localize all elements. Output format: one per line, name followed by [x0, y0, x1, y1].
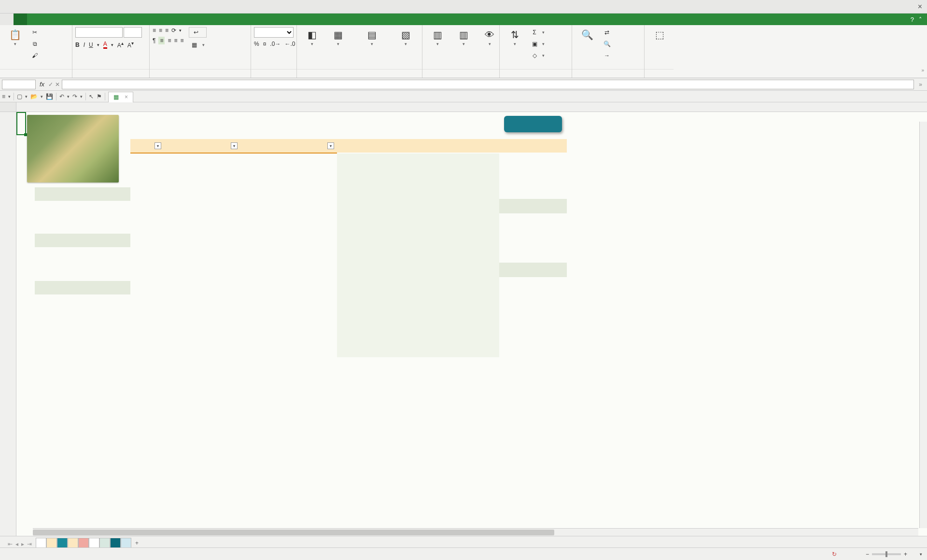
format-painter-button[interactable]: 🖌 — [29, 50, 42, 61]
search-button[interactable]: 🔍 — [575, 27, 599, 42]
paste-button[interactable]: 📋 ▾ — [3, 27, 27, 47]
replace-button[interactable]: ⇄ — [601, 27, 615, 38]
fill-button[interactable]: ▣ — [529, 39, 547, 49]
filter-amount-button[interactable]: ▾ — [154, 142, 161, 149]
grow-font-button[interactable]: A▴ — [117, 41, 124, 49]
goto-button[interactable]: → — [601, 50, 615, 61]
qb-undo-icon[interactable]: ↶ — [59, 93, 64, 100]
sync-icon[interactable]: ↻ — [832, 551, 837, 558]
align-left-button[interactable]: ≡ — [158, 37, 165, 44]
decrease-decimal-button[interactable]: ←.0 — [284, 41, 295, 47]
qb-save-icon[interactable]: 💾 — [46, 93, 53, 100]
menu-insert[interactable] — [27, 14, 41, 25]
qb-dd[interactable]: ▾ — [8, 94, 11, 99]
underline-dropdown[interactable]: ▾ — [97, 42, 99, 47]
conditional-formatting-button[interactable]: ▤ — [352, 27, 392, 47]
formula-cancel-icon[interactable]: ✕ — [55, 81, 60, 88]
ribbon-overflow-icon[interactable]: » — [921, 68, 924, 73]
autosum-button[interactable]: Σ — [529, 27, 547, 38]
menu-layout[interactable] — [41, 14, 54, 25]
copy-button[interactable]: ⧉ — [29, 39, 42, 49]
collapse-ribbon-icon[interactable]: ˄ — [919, 16, 922, 23]
select-all-button[interactable]: ⬚ — [647, 27, 672, 42]
sheet-tab[interactable] — [68, 538, 78, 547]
sheet-nav-first-icon[interactable]: ⇤ — [8, 541, 13, 547]
align-bottom-button[interactable]: ≡ — [165, 27, 169, 34]
horizontal-scrollbar[interactable] — [33, 528, 918, 536]
delete-cells-button[interactable]: ▥ — [451, 27, 476, 47]
sheet-nav-next-icon[interactable]: ▸ — [21, 541, 24, 547]
formula-expand-icon[interactable]: » — [916, 81, 925, 88]
sheet-tab[interactable] — [89, 538, 99, 547]
sheet-tab[interactable] — [78, 538, 89, 547]
qb-redo-icon[interactable]: ↷ — [72, 93, 77, 100]
zoom-out-button[interactable]: − — [866, 551, 869, 558]
formula-input[interactable] — [62, 80, 914, 89]
document-tab[interactable]: ▦ × — [108, 92, 133, 102]
sheet-canvas[interactable]: ▾ ▾ ▾ — [16, 112, 927, 536]
bold-button[interactable]: B — [75, 42, 80, 48]
font-size-input[interactable] — [124, 27, 142, 38]
menu-review[interactable] — [81, 14, 95, 25]
menu-view[interactable] — [95, 14, 108, 25]
qb-open-icon[interactable]: 📂 — [30, 93, 38, 100]
increase-decimal-button[interactable]: .0→ — [270, 41, 281, 47]
sheet-tab[interactable] — [121, 538, 131, 547]
underline-button[interactable]: U — [89, 42, 93, 48]
font-color-dropdown[interactable]: ▾ — [111, 42, 113, 47]
sheet-tab[interactable] — [57, 538, 68, 547]
sheet-tab-active[interactable] — [110, 538, 121, 547]
sheet-nav-last-icon[interactable]: ⇥ — [27, 541, 32, 547]
qb-new-icon[interactable]: ▢ — [17, 93, 22, 100]
sheet-tab[interactable] — [99, 538, 110, 547]
visibility-button[interactable]: 👁 — [478, 27, 502, 47]
document-tab-close-icon[interactable]: × — [125, 94, 128, 100]
qb-icon[interactable]: ≡ — [2, 93, 5, 100]
font-color-button[interactable]: A — [103, 41, 107, 49]
rtl-button[interactable]: ¶ — [153, 37, 155, 44]
formula-accept-icon[interactable]: ✓ — [48, 81, 53, 88]
merge-cells-button[interactable]: ▦ — [189, 40, 207, 50]
menu-formula[interactable] — [54, 14, 68, 25]
zoom-level[interactable]: ▾ — [917, 552, 922, 557]
filter-ingredient-button[interactable]: ▾ — [327, 142, 334, 149]
menu-home[interactable] — [14, 14, 27, 25]
vertical-scrollbar[interactable] — [919, 122, 927, 528]
add-sheet-button[interactable]: + — [131, 539, 142, 547]
cut-button[interactable]: ✂ — [29, 27, 42, 38]
sheet-tab[interactable] — [46, 538, 57, 547]
menu-data[interactable] — [68, 14, 81, 25]
align-middle-button[interactable]: ≡ — [159, 27, 162, 34]
sheet-tab[interactable] — [36, 538, 46, 547]
align-center-button[interactable]: ≡ — [168, 37, 171, 44]
filter-measurement-button[interactable]: ▾ — [231, 142, 238, 149]
fx-icon[interactable]: fx — [38, 81, 46, 88]
insert-cells-button[interactable]: ▥ — [425, 27, 449, 47]
cell-reference-input[interactable] — [2, 80, 36, 89]
cell-styles-button[interactable]: ▧ — [393, 27, 418, 47]
qb-pointer-icon[interactable]: ↖ — [89, 93, 94, 100]
search-again-button[interactable]: 🔍 — [601, 39, 615, 49]
number-format-select[interactable] — [254, 27, 294, 38]
delete-contents-button[interactable]: ◇ — [529, 50, 547, 61]
align-justify-button[interactable]: ≡ — [181, 37, 184, 44]
zoom-slider[interactable] — [872, 553, 901, 555]
italic-button[interactable]: I — [84, 42, 85, 48]
select-all-corner[interactable] — [0, 102, 16, 112]
percent-button[interactable]: % — [254, 41, 259, 47]
align-top-button[interactable]: ≡ — [153, 27, 156, 34]
recipe-index-button[interactable] — [504, 116, 562, 132]
shrink-font-button[interactable]: A▾ — [127, 41, 134, 49]
help-icon[interactable]: ? — [911, 16, 914, 23]
shading-button[interactable]: ◧ — [300, 27, 324, 47]
qb-flag-icon[interactable]: ⚑ — [97, 93, 102, 100]
borders-button[interactable]: ▦ — [326, 27, 350, 47]
sort-filter-button[interactable]: ⇅ — [503, 27, 527, 47]
wrap-text-button[interactable]: ↩ — [189, 27, 207, 38]
orientation-button[interactable]: ⟳ — [171, 27, 176, 34]
zoom-in-button[interactable]: + — [904, 551, 907, 558]
menu-file[interactable] — [0, 14, 14, 25]
sheet-nav-prev-icon[interactable]: ◂ — [15, 541, 18, 547]
font-name-input[interactable] — [75, 27, 123, 38]
window-close-icon[interactable]: × — [918, 2, 922, 11]
